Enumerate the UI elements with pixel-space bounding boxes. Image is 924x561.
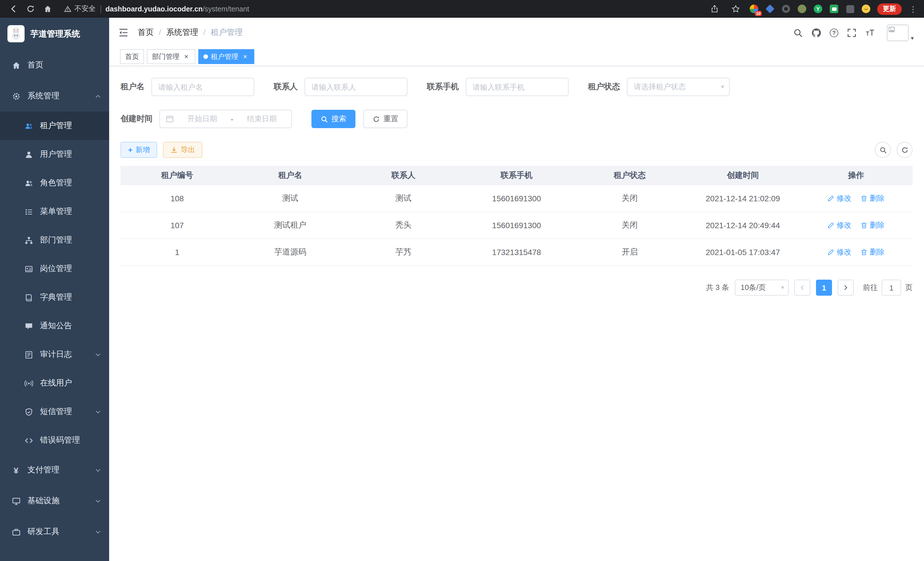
- fullscreen-icon[interactable]: [847, 28, 856, 38]
- sidebar-item-role[interactable]: 角色管理: [0, 169, 109, 197]
- extension-chat-icon[interactable]: [829, 4, 839, 14]
- col-actions: 操作: [800, 166, 913, 185]
- app-logo[interactable]: 芋道管理系统: [0, 18, 109, 50]
- extensions-puzzle-icon[interactable]: [845, 4, 855, 14]
- edit-button[interactable]: 修改: [827, 193, 851, 204]
- logo-rabbit-icon: [8, 25, 25, 42]
- col-contact: 联系人: [347, 166, 460, 185]
- tenant-table: 租户编号 租户名 联系人 联系手机 租户状态 创建时间 操作 108 测试 测试…: [121, 166, 913, 266]
- cell-status: 开启: [573, 239, 686, 265]
- close-icon[interactable]: ×: [241, 53, 249, 61]
- extension-olive-icon[interactable]: [797, 4, 807, 14]
- goto-input[interactable]: [882, 280, 901, 296]
- cell-created: 2021-01-05 17:03:47: [686, 239, 800, 265]
- chevron-right-icon: [843, 285, 849, 290]
- extension-blue-icon[interactable]: [765, 4, 775, 14]
- address-bar[interactable]: 不安全 dashboard.yudao.iocoder.cn/system/te…: [64, 4, 249, 14]
- browser-menu-icon[interactable]: ⋮: [908, 4, 918, 14]
- caret-down-icon: ▾: [721, 84, 724, 90]
- table-row: 107 测试租户 秃头 15601691300 关闭 2021-12-14 20…: [121, 212, 913, 239]
- home-icon: [11, 61, 21, 70]
- sidebar-item-menu[interactable]: 菜单管理: [0, 197, 109, 226]
- bookmark-star-icon[interactable]: [728, 2, 743, 16]
- security-warning: 不安全: [64, 4, 96, 14]
- export-button[interactable]: 导出: [163, 142, 202, 158]
- next-page-button[interactable]: [838, 280, 854, 296]
- hide-search-button[interactable]: [875, 142, 891, 158]
- prev-page-button[interactable]: [794, 280, 810, 296]
- sidebar-item-pay[interactable]: ¥ 支付管理: [0, 455, 109, 486]
- search-button[interactable]: 搜索: [311, 110, 356, 128]
- search-icon[interactable]: [793, 28, 803, 38]
- font-size-icon[interactable]: [865, 28, 875, 38]
- cell-actions: 修改 删除: [800, 212, 913, 238]
- tab-dept[interactable]: 部门管理×: [147, 49, 195, 64]
- sidebar-item-errcode[interactable]: 错误码管理: [0, 426, 109, 455]
- sidebar-item-user[interactable]: 用户管理: [0, 140, 109, 169]
- sidebar-item-notice[interactable]: 通知公告: [0, 312, 109, 340]
- caret-down-icon: ▾: [781, 285, 784, 290]
- add-button[interactable]: + 新增: [121, 142, 157, 158]
- extension-camera-icon[interactable]: [781, 4, 791, 14]
- refresh-table-button[interactable]: [897, 142, 913, 158]
- active-dot-icon: [203, 54, 208, 59]
- mobile-input[interactable]: [466, 78, 568, 96]
- github-icon[interactable]: [812, 28, 821, 38]
- date-range-picker[interactable]: 开始日期 - 结束日期: [159, 110, 292, 128]
- start-date-placeholder: 开始日期: [178, 114, 226, 124]
- yen-icon: ¥: [11, 465, 21, 475]
- sidebar-item-dict[interactable]: 字典管理: [0, 283, 109, 312]
- cell-tenant-name: 测试租户: [234, 212, 347, 238]
- tenant-name-input[interactable]: [152, 78, 254, 96]
- browser-home-icon[interactable]: [40, 2, 55, 16]
- browser-back-icon[interactable]: [6, 2, 21, 16]
- sidebar-item-tenant[interactable]: 租户管理: [0, 111, 109, 140]
- breadcrumb-home[interactable]: 首页: [138, 27, 161, 38]
- edit-button[interactable]: 修改: [827, 247, 851, 257]
- delete-button[interactable]: 删除: [861, 247, 885, 257]
- edit-button[interactable]: 修改: [827, 220, 851, 230]
- sidebar-collapse-icon[interactable]: [115, 24, 132, 41]
- sidebar-item-post[interactable]: 岗位管理: [0, 254, 109, 283]
- sidebar-item-dev[interactable]: 研发工具: [0, 516, 109, 547]
- tenant-name-label: 租户名: [121, 82, 145, 92]
- sidebar: 芋道管理系统 首页 系统管理 租户管理 用户管理: [0, 18, 109, 561]
- profile-avatar-icon[interactable]: [861, 4, 871, 14]
- col-tenant-name: 租户名: [234, 166, 347, 185]
- sidebar-item-dept[interactable]: 部门管理: [0, 226, 109, 254]
- sidebar-item-audit[interactable]: 审计日志: [0, 340, 109, 369]
- share-icon[interactable]: [707, 2, 722, 16]
- chevron-down-icon: [95, 351, 101, 358]
- cell-contact: 芋艿: [347, 239, 460, 265]
- download-icon: [170, 146, 178, 153]
- filter-tenant-name: 租户名: [121, 78, 254, 96]
- filter-status: 租户状态 请选择租户状态 ▾: [588, 78, 730, 96]
- sidebar-item-sms[interactable]: 短信管理: [0, 397, 109, 426]
- extension-colorful-icon[interactable]: 10: [749, 4, 759, 14]
- reset-button[interactable]: 重置: [363, 110, 407, 128]
- contact-input[interactable]: [304, 78, 407, 96]
- sidebar-item-infra[interactable]: 基础设施: [0, 486, 109, 516]
- trash-icon: [861, 222, 867, 229]
- help-icon[interactable]: ?: [830, 28, 838, 37]
- sidebar-item-online[interactable]: 在线用户: [0, 369, 109, 397]
- page-size-select[interactable]: 10条/页 ▾: [735, 280, 789, 296]
- sidebar-item-home[interactable]: 首页: [0, 50, 109, 81]
- close-icon[interactable]: ×: [182, 53, 190, 61]
- sidebar-item-system[interactable]: 系统管理: [0, 81, 109, 111]
- current-page[interactable]: 1: [816, 280, 832, 296]
- extension-green-icon[interactable]: Y: [813, 4, 823, 14]
- status-select[interactable]: 请选择租户状态 ▾: [627, 78, 730, 96]
- browser-refresh-icon[interactable]: [23, 2, 38, 16]
- tab-tenant[interactable]: 租户管理×: [198, 49, 254, 64]
- breadcrumb-system[interactable]: 系统管理: [166, 27, 206, 38]
- chrome-update-button[interactable]: 更新: [877, 3, 902, 15]
- browser-chrome: 不安全 dashboard.yudao.iocoder.cn/system/te…: [0, 0, 924, 18]
- list-icon: [24, 207, 33, 216]
- delete-button[interactable]: 删除: [861, 193, 885, 204]
- cell-tenant-name: 芋道源码: [234, 239, 347, 265]
- signal-icon: [24, 379, 33, 388]
- delete-button[interactable]: 删除: [861, 220, 885, 230]
- tab-home[interactable]: 首页: [120, 49, 144, 64]
- user-avatar[interactable]: ▾: [887, 24, 914, 41]
